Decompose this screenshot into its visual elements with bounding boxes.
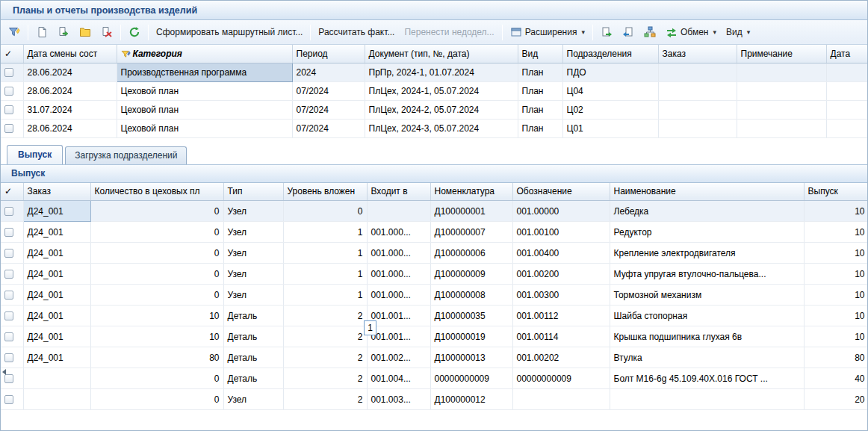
cell-division[interactable]: Ц01 (562, 119, 658, 137)
cell-qty[interactable]: 0 (90, 264, 223, 285)
cell-name[interactable] (610, 389, 804, 410)
cell-vypusk[interactable]: 10 (804, 201, 868, 222)
cell-vypusk[interactable]: 20 (804, 389, 868, 410)
column-header-date[interactable]: Дата (826, 45, 868, 63)
table-row[interactable]: Д24_001 10 Деталь 2 001.001... Д10000003… (1, 306, 868, 326)
cell-period[interactable]: 07/2024 (292, 100, 365, 119)
row-checkbox-cell[interactable] (1, 243, 23, 264)
cell-kind[interactable]: План (518, 81, 562, 100)
cell-order[interactable] (658, 63, 737, 81)
cell-type[interactable]: Узел (223, 389, 283, 410)
cell-qty[interactable]: 80 (90, 347, 223, 368)
row-checkbox[interactable] (4, 68, 13, 77)
cell-nomenclature[interactable]: Д100000013 (430, 347, 512, 368)
row-checkbox-cell[interactable] (1, 201, 23, 222)
cell-name[interactable]: Втулка (610, 347, 804, 368)
cell-period[interactable]: 07/2024 (292, 81, 365, 100)
row-checkbox-cell[interactable] (1, 63, 23, 81)
table-row[interactable]: Д24_001 0 Узел 1 001.000... Д100000009 0… (1, 264, 868, 285)
cell-division[interactable]: Ц04 (562, 81, 658, 100)
table-row[interactable]: 28.06.2024 Цеховой план 07/2024 ПлЦех, 2… (1, 81, 868, 100)
cell-designation[interactable]: 00000000009 (512, 368, 610, 389)
cell-type[interactable]: Деталь (223, 306, 283, 326)
cell-note[interactable] (737, 119, 826, 137)
cell-vypusk[interactable]: 10 (804, 285, 868, 306)
table-row[interactable]: 28.06.2024 Производственная программа 20… (1, 63, 868, 81)
extensions-button[interactable]: Расширения ▾ (506, 23, 589, 42)
cell-designation[interactable]: 001.00202 (512, 347, 610, 368)
cell-nomenclature[interactable]: Д100000006 (430, 243, 512, 264)
cell-parent[interactable]: 001.004... (367, 368, 430, 389)
cell-qty[interactable]: 0 (90, 222, 223, 243)
cell-vypusk[interactable]: 40 (804, 368, 868, 389)
cell-designation[interactable]: 001.00400 (512, 243, 610, 264)
row-checkbox[interactable] (4, 124, 13, 133)
cell-qty[interactable]: 0 (90, 285, 223, 306)
cell-qty[interactable]: 0 (90, 368, 223, 389)
cell-nomenclature[interactable]: Д100000035 (430, 306, 512, 326)
cell-designation[interactable]: 001.00300 (512, 285, 610, 306)
view-button[interactable]: Вид ▾ (722, 23, 754, 42)
table-row[interactable]: 0 Узел 2 001.003... Д100000012 20 (1, 389, 868, 410)
cell-parent[interactable]: 001.000... (367, 243, 430, 264)
open-button[interactable] (75, 23, 96, 42)
cell-name[interactable]: Шайба стопорная (610, 306, 804, 326)
cell-level[interactable]: 1 (283, 285, 367, 306)
row-checkbox[interactable] (4, 395, 13, 404)
cell-name[interactable]: Болт М16-6g 45.109.40Х.016 ГОСТ ... (610, 368, 804, 389)
cell-order[interactable]: Д24_001 (23, 326, 90, 347)
cell-division[interactable]: Ц02 (562, 100, 658, 119)
cell-type[interactable]: Деталь (223, 326, 283, 347)
cell-vypusk[interactable]: 10 (804, 222, 868, 243)
row-checkbox[interactable] (4, 249, 13, 258)
cell-vypusk[interactable]: 10 (804, 264, 868, 285)
cell-order[interactable] (658, 119, 737, 137)
row-checkbox-cell[interactable] (1, 100, 23, 119)
cell-designation[interactable] (512, 389, 610, 410)
cell-level[interactable]: 2 (283, 368, 367, 389)
column-header-vypusk[interactable]: Выпуск (804, 183, 868, 201)
cell-nomenclature[interactable]: 00000000009 (430, 368, 512, 389)
row-checkbox[interactable] (4, 207, 13, 216)
cell-name[interactable]: Лебедка (610, 201, 804, 222)
column-header-name[interactable]: Наименование (610, 183, 804, 201)
cell-category[interactable]: Цеховой план (117, 100, 292, 119)
cell-division[interactable]: ПДО (562, 63, 658, 81)
cell-kind[interactable]: План (518, 100, 562, 119)
cell-nomenclature[interactable]: Д100000009 (430, 264, 512, 285)
cell-type[interactable]: Узел (223, 243, 283, 264)
column-header-period[interactable]: Период (292, 45, 365, 63)
cell-note[interactable] (737, 63, 826, 81)
column-header-check[interactable]: ✓ (1, 183, 23, 201)
table-row[interactable]: Д24_001 80 Деталь 2 001.002... Д10000001… (1, 347, 868, 368)
cell-qty[interactable]: 10 (90, 326, 223, 347)
cell-vypusk[interactable]: 10 (804, 243, 868, 264)
cell-type[interactable]: Узел (223, 201, 283, 222)
cell-order[interactable]: Д24_001 (23, 347, 90, 368)
table-row[interactable]: 28.06.2024 Цеховой план 07/2024 ПлЦех, 2… (1, 119, 868, 137)
column-header-check[interactable]: ✓ (1, 45, 23, 63)
cell-name[interactable]: Редуктор (610, 222, 804, 243)
export-button[interactable] (596, 23, 617, 42)
cell-parent[interactable]: 001.000... (367, 264, 430, 285)
cell-state-date[interactable]: 28.06.2024 (23, 63, 117, 81)
form-route-sheet-button[interactable]: Сформировать маршрутный лист... (152, 23, 307, 42)
cell-order[interactable]: Д24_001 (23, 264, 90, 285)
column-header-division[interactable]: Подразделения (562, 45, 658, 63)
table-row[interactable]: Д24_001 0 Узел 1 001.000... Д100000008 0… (1, 285, 868, 306)
cell-vypusk[interactable]: 10 (804, 306, 868, 326)
cell-order[interactable] (23, 368, 90, 389)
column-header-parent[interactable]: Входит в (367, 183, 430, 201)
cell-state-date[interactable]: 28.06.2024 (23, 119, 117, 137)
cell-parent[interactable]: 001.003... (367, 389, 430, 410)
column-header-qty-shop-plans[interactable]: Количество в цеховых пл (90, 183, 223, 201)
row-checkbox-cell[interactable] (1, 306, 23, 326)
splitter-collapse-handle[interactable] (1, 361, 7, 383)
import-button[interactable] (618, 23, 639, 42)
column-header-state-date[interactable]: Дата смены сост (23, 45, 117, 63)
row-checkbox[interactable] (4, 87, 13, 96)
row-checkbox[interactable] (4, 332, 13, 341)
cell-level[interactable]: 1 (283, 243, 367, 264)
cell-date[interactable] (826, 81, 868, 100)
row-checkbox-cell[interactable] (1, 326, 23, 347)
